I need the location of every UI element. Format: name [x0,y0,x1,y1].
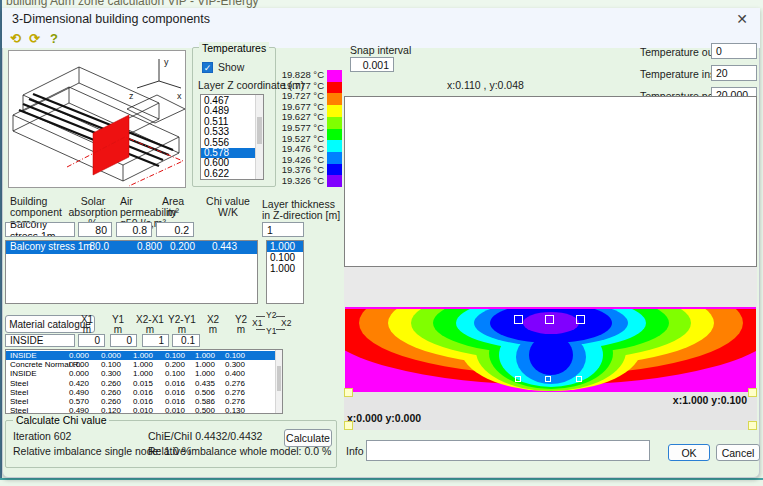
plot-handle-top-left[interactable] [344,388,353,397]
measurement-point-marker [514,315,523,324]
material-row-value: 0.260 [87,397,121,406]
redo-icon[interactable]: ⟳ [29,31,40,46]
temperature-field-plot[interactable] [345,307,756,392]
iteration-label: Iteration 602 [13,430,71,442]
material-dy-input[interactable]: 0.1 [172,334,200,347]
material-row-value: 0.000 [55,351,89,360]
material-list-row[interactable]: Steel0.5700.2600.0160.0160.5860.276 [6,397,275,406]
temperature-outside-input[interactable]: 0 [711,43,757,59]
header-chi-value: Chi valueW/K [200,196,256,218]
material-x1-input[interactable]: 0 [78,334,105,347]
wireframe-drawing: y x z [9,51,185,187]
measurement-point-marker [515,376,521,382]
material-row-value: 0.016 [119,397,153,406]
scale-temperature-label: 19.326 °C [276,176,324,187]
scale-color-band [327,140,342,152]
calculate-chi-group-label: Calculate Chi value [13,414,109,426]
material-row-name: Steel [10,397,28,406]
material-list-row[interactable]: Steel0.4900.1200.0100.0100.5000.130 [6,406,275,414]
calculate-button[interactable]: Calculate [284,429,332,447]
temperature-inside-input[interactable]: 20 [711,65,757,81]
material-row-value: 0.500 [181,406,215,414]
material-name-input[interactable]: INSIDE [5,334,75,347]
plot-handle-top-right[interactable] [748,388,757,397]
material-row-name: Steel [10,406,28,414]
material-list-row[interactable]: INSIDE0.0000.0001.0000.1001.0000.100 [6,351,275,360]
plot-handle-bottom-left[interactable] [344,421,353,430]
layer-thickness-list[interactable]: 1.0000.1001.000 [266,240,304,304]
material-row-value: 0.400 [211,369,245,378]
layer-thickness-item[interactable]: 0.100 [267,252,303,263]
dialog-title: 3-Dimensional building components [12,12,210,26]
help-icon[interactable]: ? [50,31,58,46]
material-row-value: 0.120 [87,406,121,414]
axis-z-label: z [129,91,134,101]
material-y1-input[interactable]: 0 [110,334,137,347]
material-row-value: 0.016 [151,379,185,388]
material-row-value: 0.100 [87,360,121,369]
layer-z-scrollbar[interactable] [255,95,263,179]
axis-x-label: x [177,91,182,101]
scale-temperature-label: 19.577 °C [276,123,324,134]
material-list-row[interactable]: Concrete Normal R..0.0000.1001.0000.2001… [6,360,275,369]
layer-thickness-input[interactable]: 1 [262,222,304,237]
parent-window-titlebar: building Adm zone calculation VIP - VIP-… [0,0,763,8]
show-checkbox[interactable]: ✓ [202,62,213,73]
material-row-value: 0.276 [211,379,245,388]
material-list-row[interactable]: Steel0.4200.2600.0150.0160.4350.276 [6,379,275,388]
layer-z-list[interactable]: 0.4670.4890.5110.5330.5560.5780.6000.622 [200,94,264,180]
close-icon[interactable]: ✕ [736,11,748,27]
snap-interval-input[interactable]: 0.001 [350,57,394,72]
material-row-value: 1.000 [119,369,153,378]
cancel-button[interactable]: Cancel [716,444,760,461]
material-row-value: 0.435 [181,379,215,388]
layer-z-item[interactable]: 0.533 [201,127,255,137]
snap-interval-label: Snap interval [350,44,411,56]
diagram-y1-label: Y1 [266,326,276,336]
layer-z-item[interactable]: 0.622 [201,169,255,179]
material-row-name: Steel [10,388,28,397]
material-row-value: 0.300 [87,369,121,378]
material-row-value: 0.100 [211,351,245,360]
material-list-row[interactable]: Steel0.4900.2600.0160.0160.5060.276 [6,388,275,397]
material-list[interactable]: INSIDE0.0000.0001.0000.1001.0000.100Conc… [5,349,283,414]
temperature-scale-labels: 19.828 °C19.777 °C19.727 °C19.677 °C19.6… [276,70,324,187]
component-list[interactable]: Balcony stress 1m 80.0 0.800 0.200 0.443 [5,240,258,304]
material-row-value: 1.000 [181,351,215,360]
component-list-row[interactable]: Balcony stress 1m 80.0 0.800 0.200 0.443 [6,241,257,254]
area-input[interactable]: 0.2 [156,222,194,237]
material-list-row[interactable]: INSIDE0.0000.3001.0000.1001.0000.400 [6,369,275,378]
material-row-value: 0.130 [211,406,245,414]
measurement-point-marker [576,315,585,324]
layer-thickness-item[interactable]: 1.000 [267,263,303,274]
material-row-value: 0.276 [211,388,245,397]
layer-thickness-item[interactable]: 1.000 [267,241,303,252]
material-row-value: 1.000 [181,360,215,369]
3d-viewport[interactable]: y x z [8,50,186,188]
axis-y-label: y [164,57,169,67]
material-row-name: INSIDE [10,351,37,360]
ok-button[interactable]: OK [668,444,710,461]
material-row-value: 0.015 [119,379,153,388]
material-row-value: 0.016 [119,388,153,397]
measurement-point-marker [545,315,554,324]
section-drawing-area[interactable] [344,96,757,267]
info-input[interactable] [366,440,650,461]
material-row-value: 0.100 [151,351,185,360]
layer-thickness-label-2: in Z-direction [m] [262,209,340,221]
material-row-value: 0.016 [151,397,185,406]
material-list-scrollbar[interactable] [275,350,282,413]
component-row-solar: 80.0 [59,241,109,254]
component-name-input[interactable]: Balcony stress 1m [5,222,75,237]
undo-icon[interactable]: ⟲ [10,31,21,46]
material-row-value: 0.000 [55,369,89,378]
info-label: Info [346,445,364,457]
material-dx-input[interactable]: 1 [142,334,169,347]
chie-chii-label: ChiE/ChiI 0.4432/0.4432 [148,430,262,442]
plot-handle-bottom-right[interactable] [748,421,757,430]
air-permeability-input[interactable]: 0.8 [116,222,152,237]
material-row-value: 0.276 [211,397,245,406]
solar-absorption-input[interactable]: 80 [78,222,112,237]
diagram-y2-label: Y2 [266,310,276,320]
material-row-value: 0.570 [55,397,89,406]
